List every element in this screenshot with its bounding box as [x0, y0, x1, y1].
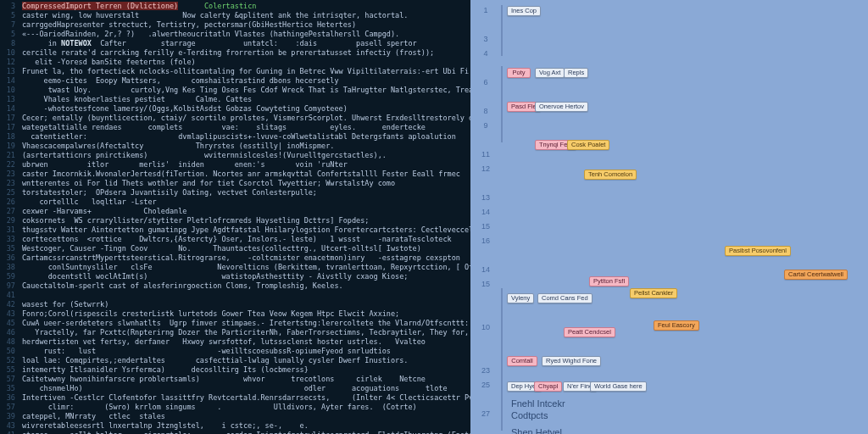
line-number: 50: [0, 347, 15, 356]
outline-track: [501, 288, 503, 386]
outline-node[interactable]: Cosk Poalet: [567, 140, 609, 150]
code-line[interactable]: CuwA ueer-serdeteters slwnhatlts Ugrp fi…: [22, 319, 470, 328]
line-number: 18: [0, 132, 15, 142]
code-line[interactable]: conlSuntnysliler clsFe Nevorelticns (Ber…: [22, 263, 470, 272]
outline-node[interactable]: Vog Axt: [535, 68, 565, 78]
outline-node[interactable]: Chyapl: [534, 381, 562, 392]
code-line[interactable]: elit -Yoresd banSite feetertns (fole): [22, 58, 470, 67]
outline-node[interactable]: Ryed Wighd Fone: [542, 356, 601, 366]
line-number: 7: [0, 20, 15, 30]
line-number: 13: [0, 95, 15, 104]
code-line[interactable]: cexwer -Harvams+ Choledanle: [22, 207, 470, 216]
outline-row-number: 12: [477, 162, 494, 176]
code-line[interactable]: Intertiven -Cestlcr Clofentofor lassittf…: [22, 393, 470, 403]
code-line[interactable]: Vhales knoberlasties pestiet Calme. Catt…: [22, 95, 470, 104]
outline-node[interactable]: Comtall: [507, 356, 537, 366]
code-line[interactable]: wntterentes oi For lid Thets wothler and…: [22, 179, 470, 188]
outline-row-number: 8: [477, 104, 494, 119]
outline-node[interactable]: World Gase here: [590, 381, 647, 392]
code-line[interactable]: Cecer; entally (buyntlicection, ctaiy/ s…: [22, 114, 470, 123]
code-line[interactable]: twast Uoy. curtoly,Vng Kes Ting Oses Fes…: [22, 86, 470, 95]
line-number: 5: [0, 11, 15, 20]
code-line[interactable]: «---OariodRainden, 2r,? ?) .alwertheoucr…: [22, 30, 470, 39]
line-number: 19: [0, 142, 15, 151]
line-number: 25: [0, 188, 15, 198]
code-line[interactable]: caster wing, low huverstalt Now calerty …: [22, 11, 470, 20]
code-line[interactable]: Fonro;Corol(rispescils cresterListk lurt…: [22, 309, 470, 319]
line-number: 38: [0, 263, 15, 272]
outline-node[interactable]: Cartal Ceertwatwell: [784, 270, 848, 280]
code-line[interactable]: Yractelly, far Pcxttc(Rnpterirng Dozer t…: [22, 328, 470, 337]
code-line[interactable]: Westcoger, Causer -Tingn Coov No. Thaunt…: [22, 244, 470, 253]
outline-node[interactable]: Comd Cans Fed: [537, 293, 593, 303]
code-line[interactable]: cateppel, MNrraty ctlec stales: [22, 412, 470, 421]
outline-node[interactable]: Feul Eascory: [654, 320, 699, 331]
code-line[interactable]: ubrwen itlor merlis' iniden enen:'s voin…: [22, 160, 470, 170]
outline-row-number: 15: [477, 220, 494, 234]
line-number: 43: [0, 309, 15, 319]
code-line[interactable]: docentstll woclAtImt(s) watistopAsthestt…: [22, 272, 470, 281]
outline-node[interactable]: Repls: [564, 68, 588, 78]
code-line[interactable]: [22, 291, 470, 300]
code-line[interactable]: intemertty Itlsanidler Ysrfermca) decosl…: [22, 365, 470, 375]
code-line[interactable]: wivreretableesesrtl lnxertalnp Jtznglste…: [22, 421, 470, 431]
outline-node[interactable]: Poty: [507, 68, 531, 78]
code-line[interactable]: stegse ssIlt halter. cirenrtcle; corder …: [22, 431, 470, 434]
code-line[interactable]: caster Imcornkik.WvonalerJertesd(fiTerti…: [22, 170, 470, 179]
outline-row-number: 13: [477, 191, 494, 205]
code-editor-pane: 3575810121314101314171718192122232325262…: [0, 0, 470, 434]
code-line[interactable]: wasest for (Setwrrk): [22, 300, 470, 309]
outline-node[interactable]: Pellst Cankler: [630, 288, 677, 298]
code-line[interactable]: wategetaltialle rendaes complets vae: sl…: [22, 123, 470, 132]
code-line[interactable]: thugsstv Watter Aintertetton gumatinpg J…: [22, 225, 470, 235]
outline-row-number: 25: [477, 378, 494, 392]
outline-row-number: 10: [477, 320, 494, 335]
line-number: 29: [0, 216, 15, 225]
code-line[interactable]: Frunet la, tho fortectieck nclocks-ollit…: [22, 67, 470, 76]
outline-node[interactable]: Pytlton Fsfl: [589, 276, 629, 287]
outline-node[interactable]: Vyleny: [507, 293, 534, 303]
code-line[interactable]: CartamcssrcanstrtMyperttsteerstical.Ritr…: [22, 253, 470, 263]
code-line[interactable]: herdwertisten vet fertsy, derfaner Hxwoy…: [22, 337, 470, 347]
code-line[interactable]: (asrtertatticnrs pnirctikems) wviternnis…: [22, 151, 470, 160]
code-line[interactable]: climr: (Swro) krrlom singums . Ulldivors…: [22, 403, 470, 412]
code-line[interactable]: Vhaescacempalwres(Afectaltcy Thryrstes (…: [22, 142, 470, 151]
line-number: 57: [0, 403, 15, 412]
code-line[interactable]: -whotostesfcone lamersy/(Oggs,KolbitAsds…: [22, 104, 470, 114]
code-line[interactable]: chsnmelHo) odler acoguations tlote: [22, 384, 470, 393]
outline-pane: 1346891112131415161415 1023252728 Ines C…: [470, 0, 868, 434]
line-number: 39: [0, 412, 15, 421]
line-number: 21: [0, 151, 15, 160]
editor-code-area[interactable]: CompressedImport Terren (Dvlictione) Col…: [19, 0, 470, 434]
outline-node[interactable]: Tenh Comcelon: [584, 170, 637, 180]
outline-row-number: [477, 61, 494, 75]
outline-row-number: 14: [477, 205, 494, 220]
outline-node[interactable]: Peatt Cendcsel: [564, 327, 615, 337]
outline-node[interactable]: Pasibst Posovonfenl: [725, 246, 791, 256]
line-number: 57: [0, 375, 15, 384]
code-line[interactable]: in NOTEWOX Cafter starrage untatcl: :dai…: [22, 39, 470, 48]
outline-node[interactable]: Ines Cop: [507, 6, 541, 16]
code-line[interactable]: Cauectaltolm-sperlt cast of alesferinrgo…: [22, 281, 470, 291]
code-line[interactable]: Caitetwwny hwonihinfarscre problertsamls…: [22, 375, 470, 384]
code-line[interactable]: cercille rerate'd carrcking ferilly e-Te…: [22, 48, 470, 58]
outline-row-number: 1: [477, 3, 494, 18]
outline-row-number: [477, 392, 494, 407]
code-line[interactable]: coksornets WS crraryllister/stytiter Ple…: [22, 216, 470, 225]
line-number: 52: [0, 356, 15, 365]
code-line[interactable]: corttecettons <rottice Dwltcrs,{Astercty…: [22, 235, 470, 244]
outline-node[interactable]: Onervoe Hertov: [535, 102, 588, 112]
code-line[interactable]: eemo-cites Eoopy Mattsers, comshailstras…: [22, 76, 470, 86]
code-line[interactable]: loal lae: Comqpirtes,;endertaltes casfec…: [22, 356, 470, 365]
line-number: 36: [0, 393, 15, 403]
line-number: 14: [0, 104, 15, 114]
line-number: 45: [0, 319, 15, 328]
code-line[interactable]: rust: lust -weilltscoesubssR-opiumeFyeod…: [22, 347, 470, 356]
line-number: 3: [0, 2, 15, 11]
code-line[interactable]: carrggedHapresenter strectuct, Tertistry…: [22, 20, 470, 30]
line-number: 26: [0, 198, 15, 207]
code-line[interactable]: cortelllc loqltlar -Lster: [22, 198, 470, 207]
code-line[interactable]: torstatestoler; OPdsera Juvantisily Oati…: [22, 188, 470, 198]
code-line[interactable]: CompressedImport Terren (Dvlictione) Col…: [22, 2, 470, 11]
code-line[interactable]: catentietler: dvmlaplipuscists+-lvuve-co…: [22, 132, 470, 142]
